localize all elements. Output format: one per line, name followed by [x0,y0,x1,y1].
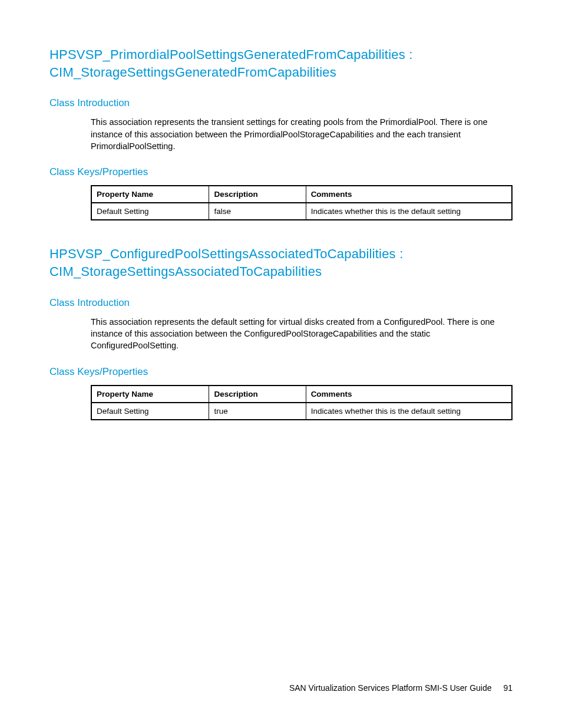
col-header-property-name: Property Name [91,186,209,203]
table-row: Default Setting true Indicates whether t… [91,403,512,420]
table-header-row: Property Name Description Comments [91,386,512,403]
class-introduction-label: Class Introduction [49,297,513,309]
class-keys-properties-label: Class Keys/Properties [49,166,513,178]
cell-property-name: Default Setting [91,403,209,420]
cell-comments: Indicates whether this is the default se… [306,203,512,220]
properties-table: Property Name Description Comments Defau… [91,185,513,220]
class-introduction-label: Class Introduction [49,97,513,109]
cell-property-name: Default Setting [91,203,209,220]
col-header-description: Description [209,386,306,403]
col-header-property-name: Property Name [91,386,209,403]
cell-description: true [209,403,306,420]
section-heading: HPSVSP_PrimordialPoolSettingsGeneratedFr… [49,46,513,81]
class-introduction-text: This association represents the default … [49,316,513,352]
col-header-comments: Comments [306,186,512,203]
cell-comments: Indicates whether this is the default se… [306,403,512,420]
page-footer: SAN Virtualization Services Platform SMI… [289,683,513,693]
cell-description: false [209,203,306,220]
footer-title: SAN Virtualization Services Platform SMI… [289,683,492,693]
col-header-description: Description [209,186,306,203]
table-row: Default Setting false Indicates whether … [91,203,512,220]
col-header-comments: Comments [306,386,512,403]
properties-table: Property Name Description Comments Defau… [91,385,513,420]
section-heading: HPSVSP_ConfiguredPoolSettingsAssociatedT… [49,245,513,280]
class-keys-properties-label: Class Keys/Properties [49,366,513,378]
class-introduction-text: This association represents the transien… [49,116,513,152]
table-header-row: Property Name Description Comments [91,186,512,203]
footer-page-number: 91 [503,683,513,693]
page-content: HPSVSP_PrimordialPoolSettingsGeneratedFr… [0,0,562,420]
